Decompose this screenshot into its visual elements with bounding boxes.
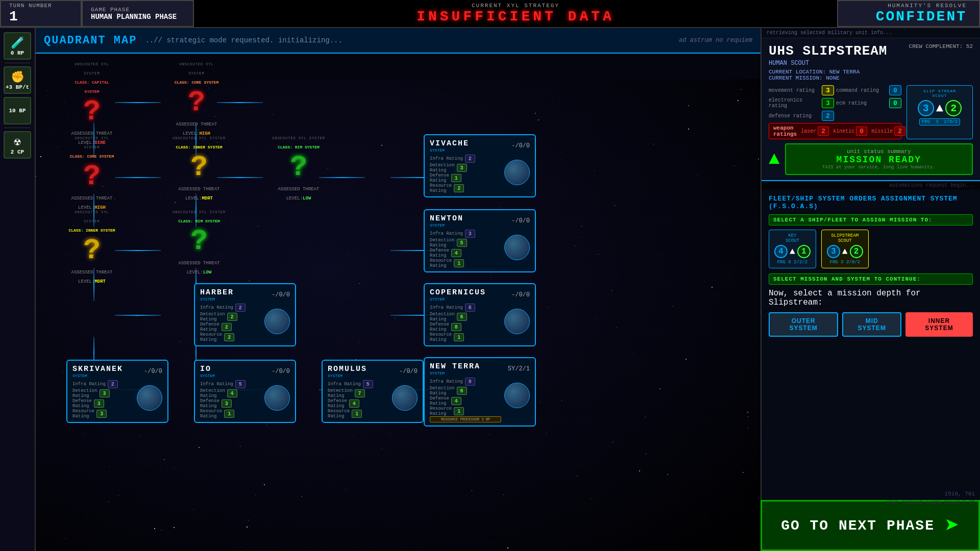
- next-phase-button[interactable]: GO TO NEXT PHASE ➤: [761, 500, 980, 551]
- fleet-row: KEYSCOUT 4 ▲ 1 FRG 6 2/2/2 SLIPSTREAMSCO…: [769, 230, 973, 268]
- soairs-text: automations request begin...: [889, 183, 975, 188]
- vivache-defense: 1: [451, 174, 461, 182]
- cp-value: 2 CP: [11, 149, 24, 155]
- status-section: ▲ unit status summary MISSION READY TAIS…: [769, 143, 973, 175]
- skrivanek-detection: 3: [100, 389, 110, 397]
- fleet-card-key[interactable]: KEYSCOUT 4 ▲ 1 FRG 6 2/2/2: [769, 230, 816, 268]
- mission-ready-button[interactable]: unit status summary MISSION READY TAIS a…: [785, 143, 973, 175]
- mid-system-btn[interactable]: MID SYSTEM: [842, 312, 901, 337]
- strategy-label: CURRENT XYL STRATEGY: [472, 3, 559, 9]
- newton-detection: 5: [457, 239, 467, 247]
- io-resource: 1: [224, 410, 234, 418]
- resolve-block: HUMANITY'S RESOLVE CONFIDENT: [837, 0, 980, 27]
- harber-score: -/0/0: [272, 291, 290, 298]
- unscouted-label-u4: UNSCOUTED XYL SYSTEM: [173, 136, 226, 140]
- inner-system-btn[interactable]: INNER SYSTEM: [905, 312, 973, 337]
- fist-icon: ✊: [11, 70, 24, 84]
- command-val: 0: [889, 85, 901, 95]
- system-skrivanek[interactable]: SKRIVANEK SYSTEM -/0/0 Infra Rating2 Det…: [66, 360, 168, 423]
- turn-label: TURN NUMBER: [9, 3, 72, 9]
- sidebar-rp[interactable]: 🧪 0 RP: [4, 32, 31, 60]
- fleet-key-num2: 1: [797, 245, 811, 258]
- soairs-ticker: automations request begin...: [762, 181, 980, 190]
- sidebar-bp-rate[interactable]: ✊ +3 BP/t: [4, 66, 31, 94]
- fleet-slip-ship: 3 ▲ 2: [827, 245, 863, 258]
- newton-score: -/0/0: [511, 217, 530, 224]
- bp-rate-value: +3 BP/t: [6, 84, 29, 90]
- class-u1: CLASS: CAPITAL SYSTEM: [75, 80, 109, 94]
- class-u4: CLASS: INNER SYSTEM: [176, 145, 222, 149]
- unscouted-label-u1: UNSCOUTED XYL SYSTEM: [75, 62, 109, 76]
- harber-infra: 2: [235, 304, 246, 312]
- turn-number: 1: [9, 9, 72, 24]
- scout-frg-row: FRG 3 2/0/2: [919, 118, 960, 126]
- sidebar-cp[interactable]: ☢ 2 CP: [4, 131, 31, 159]
- new-terra-detection: 6: [457, 387, 467, 395]
- command-rating-cell: command rating 0: [836, 85, 901, 95]
- map-content: UNSCOUTED XYL SYSTEM CLASS: CAPITAL SYST…: [36, 54, 761, 551]
- system-u7[interactable]: UNSCOUTED XYL SYSTEM CLASS: RIM SYSTEM ?…: [171, 207, 227, 276]
- status-sub: TAIS at your service, long live humanity…: [790, 165, 968, 170]
- ratings-grid: movement rating 3 command rating 0 elect…: [769, 85, 901, 139]
- romulus-type: SYSTEM: [328, 373, 367, 378]
- map-tagline: ad astrum no requiem: [679, 37, 752, 44]
- fleet-key-num1: 4: [774, 245, 788, 258]
- phase-value: HUMAN PLANNING PHASE: [91, 13, 185, 21]
- unit-location: CURRENT LOCATION: NEW TERRA: [769, 69, 973, 75]
- copernicus-resource: 1: [454, 333, 464, 341]
- unit-info-section: UHS SLIPSTREAM HUMAN SCOUT CREW COMPLEME…: [762, 38, 980, 181]
- resolve-value: CONFIDENT: [876, 9, 967, 24]
- system-vivache[interactable]: VIVACHE SYSTEM -/0/0 Infra Rating2 Detec…: [424, 134, 536, 197]
- defense-label: defense rating: [769, 113, 819, 119]
- command-label: command rating: [836, 88, 886, 93]
- system-u4[interactable]: UNSCOUTED XYL SYSTEM CLASS: INNER SYSTEM…: [171, 133, 227, 202]
- unscouted-label-u3: UNSCOUTED XYL SYSTEM: [75, 136, 109, 149]
- io-infra: 5: [235, 380, 246, 388]
- system-u6[interactable]: UNSCOUTED XYL SYSTEM CLASS: INNER SYSTEM…: [66, 207, 117, 285]
- vivache-infra: 2: [465, 155, 475, 163]
- fleet-key-ship: 4 ▲ 1: [774, 245, 811, 258]
- romulus-detection: 7: [355, 389, 365, 397]
- system-io[interactable]: IO SYSTEM -/0/0 Infra Rating5 DetectionR…: [194, 360, 296, 423]
- hline-r1-2: [217, 102, 263, 103]
- hline-r1-1: [115, 102, 161, 103]
- fleet-slip-frg: FRG 3 2/0/2: [830, 260, 860, 265]
- status-arrow-icon: ▲: [769, 149, 780, 170]
- left-sidebar: 🧪 0 RP ✊ +3 BP/t 10 BP ☢ 2 CP: [0, 28, 36, 551]
- next-phase-text: GO TO NEXT PHASE: [781, 518, 935, 534]
- status-value: MISSION READY: [790, 155, 968, 165]
- scout-label: SLIP STREAMSCOUT: [923, 89, 956, 98]
- orders-header: FLEET/SHIP SYSTEM ORDERS ASSIGNMENT SYST…: [769, 195, 973, 210]
- system-harber[interactable]: HARBER SYSTEM -/0/0 Infra Rating2 Detect…: [194, 283, 296, 346]
- system-romulus[interactable]: ROMULUS SYSTEM -/0/0 Infra Rating5 Detec…: [322, 360, 424, 423]
- center-banner: CURRENT XYL STRATEGY INSUFFICIENT DATA: [194, 0, 837, 27]
- system-new-terra[interactable]: NEW TERRA SYSTEM SY/2/1 Infra Rating9 De…: [424, 357, 536, 427]
- qmark-u5: ?: [271, 151, 327, 184]
- strategy-value: INSUFFICIENT DATA: [416, 9, 615, 24]
- fleet-slip-num2: 2: [850, 245, 863, 258]
- newton-resource: 1: [454, 259, 464, 267]
- system-u5[interactable]: UNSCOUTED XYL SYSTEM CLASS: RIM SYSTEM ?…: [271, 133, 327, 202]
- fleet-key-label: KEYSCOUT: [786, 233, 799, 243]
- outer-system-btn[interactable]: OUTER SYSTEM: [769, 312, 838, 337]
- system-u3[interactable]: UNSCOUTED XYL SYSTEM CLASS: CORE SYSTEM …: [66, 133, 117, 211]
- newton-type: SYSTEM: [430, 223, 463, 228]
- system-newton[interactable]: NEWTON SYSTEM -/0/0 Infra Rating3 Detect…: [424, 209, 536, 272]
- unit-name: UHS SLIPSTREAM: [769, 43, 887, 59]
- skrivanek-defense: 3: [94, 399, 104, 408]
- laser-num: 2: [818, 127, 829, 136]
- sidebar-bp[interactable]: 10 BP: [4, 97, 31, 124]
- missile-val: missile 2: [871, 127, 905, 136]
- system-u2[interactable]: UNSCOUTED XYL SYSTEM CLASS: CORE SYSTEM …: [171, 59, 222, 137]
- ecm-rating-cell: ecm rating 0: [836, 97, 901, 109]
- select-fleet-label: SELECT A SHIP/FLEET TO ASSIGN MISSION TO…: [769, 214, 973, 226]
- io-planet: [264, 385, 290, 411]
- system-copernicus[interactable]: COPERNICUS SYSTEM -/0/0 Infra Rating8 De…: [424, 283, 536, 346]
- missile-label: missile: [871, 129, 893, 134]
- new-terra-type: SYSTEM: [430, 371, 480, 375]
- romulus-infra: 5: [363, 380, 373, 388]
- harber-name: HARBER: [200, 288, 234, 297]
- fleet-card-slipstream[interactable]: SLIPSTREAMSCOUT 3 ▲ 2 FRG 3 2/0/2: [821, 230, 869, 268]
- movement-rating-cell: movement rating 3: [769, 85, 834, 95]
- unit-type: HUMAN SCOUT: [769, 60, 887, 67]
